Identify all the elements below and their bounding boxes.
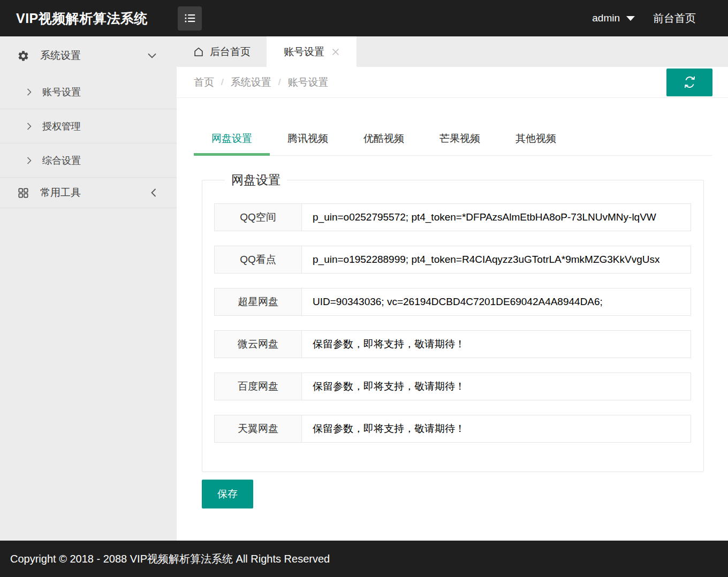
sidebar-subitem[interactable]: 账号设置 <box>0 75 177 109</box>
form-row: 天翼网盘 <box>214 415 691 443</box>
list-icon <box>183 11 197 25</box>
sidebar-subitem-label: 授权管理 <box>42 120 81 133</box>
save-button[interactable]: 保存 <box>202 480 253 508</box>
tab-backend-home[interactable]: 后台首页 <box>177 36 268 67</box>
sidebar-subitem[interactable]: 授权管理 <box>0 109 177 143</box>
sidebar-toggle-button[interactable] <box>178 6 202 31</box>
main-area: 后台首页 账号设置 首页 / 系统设置 / 账号设置 <box>177 36 728 541</box>
topbar-right: admin 前台首页 <box>592 11 696 26</box>
field-input[interactable] <box>302 415 691 442</box>
field-label: 天翼网盘 <box>215 415 302 442</box>
content-tabnav: 网盘设置 腾讯视频 优酷视频 芒果视频 其他视频 <box>194 123 712 156</box>
netdisk-settings-panel: 网盘设置 QQ空间 QQ看点 <box>202 172 704 472</box>
grid-icon <box>17 187 29 199</box>
home-icon <box>193 46 204 58</box>
field-input[interactable] <box>302 204 691 231</box>
gear-icon <box>17 50 29 62</box>
close-icon[interactable] <box>331 47 340 57</box>
tab-label: 后台首页 <box>210 45 251 59</box>
field-value <box>302 415 691 442</box>
field-value <box>302 246 691 273</box>
breadcrumb-bar: 首页 / 系统设置 / 账号设置 <box>177 67 728 98</box>
field-label: QQ空间 <box>215 204 302 231</box>
field-value <box>302 331 691 358</box>
tab-label: 账号设置 <box>284 45 324 59</box>
content-tab[interactable]: 芒果视频 <box>422 123 498 155</box>
content-tab[interactable]: 优酷视频 <box>346 123 422 155</box>
refresh-icon <box>682 75 697 89</box>
username: admin <box>592 12 620 24</box>
form-row: 超星网盘 <box>214 288 691 316</box>
breadcrumb-current: 账号设置 <box>287 75 328 89</box>
tab-account-settings[interactable]: 账号设置 <box>268 36 357 67</box>
field-label: 百度网盘 <box>215 373 302 400</box>
frontend-home-link[interactable]: 前台首页 <box>653 11 696 26</box>
sidebar-group-common-tools[interactable]: 常用工具 <box>0 178 177 208</box>
field-input[interactable] <box>302 373 691 400</box>
page-content: 网盘设置 腾讯视频 优酷视频 芒果视频 其他视频 网盘设置 QQ空间 <box>177 98 728 541</box>
topbar: VIP视频解析算法系统 admin 前台首页 <box>0 0 728 36</box>
sidebar-group-system-settings[interactable]: 系统设置 <box>0 36 177 75</box>
chevron-right-icon <box>27 88 32 96</box>
sidebar-subitem-label: 账号设置 <box>42 86 81 98</box>
main-layout: 系统设置 账号设置 授权管理 <box>0 36 728 541</box>
sidebar-group-label: 常用工具 <box>40 186 81 200</box>
field-label: 微云网盘 <box>215 331 302 358</box>
user-dropdown[interactable]: admin <box>592 12 635 24</box>
sidebar-subitem[interactable]: 综合设置 <box>0 143 177 178</box>
copyright-text: Copyright © 2018 - 2088 VIP视频解析算法系统 All … <box>10 552 330 566</box>
field-value <box>302 204 691 231</box>
sidebar-subitem-label: 综合设置 <box>42 154 81 167</box>
sidebar-group-label: 系统设置 <box>40 49 81 63</box>
field-input[interactable] <box>302 246 691 273</box>
footer: Copyright © 2018 - 2088 VIP视频解析算法系统 All … <box>0 541 728 577</box>
breadcrumb-home[interactable]: 首页 <box>194 75 214 89</box>
form-rows: QQ空间 QQ看点 <box>214 203 703 443</box>
form-row: QQ看点 <box>214 246 691 274</box>
form-row: 百度网盘 <box>214 373 691 400</box>
chevron-right-icon <box>27 157 32 164</box>
content-tab[interactable]: 其他视频 <box>498 123 574 155</box>
form-row: QQ空间 <box>214 203 691 231</box>
content-tab[interactable]: 网盘设置 <box>194 123 270 155</box>
app-title: VIP视频解析算法系统 <box>0 10 177 27</box>
breadcrumb-separator: / <box>221 77 224 88</box>
sidebar-submenu: 账号设置 授权管理 综合设置 <box>0 75 177 178</box>
form-row: 微云网盘 <box>214 330 691 358</box>
refresh-button[interactable] <box>666 69 712 96</box>
chevron-left-icon <box>151 188 156 197</box>
breadcrumb-separator: / <box>278 77 281 88</box>
field-value <box>302 288 691 315</box>
panel-legend: 网盘设置 <box>225 172 287 188</box>
field-label: 超星网盘 <box>215 288 302 315</box>
chevron-right-icon <box>27 123 32 130</box>
window-tabstrip: 后台首页 账号设置 <box>177 36 728 67</box>
field-label: QQ看点 <box>215 246 302 273</box>
caret-down-icon <box>626 16 635 21</box>
breadcrumb-system-settings[interactable]: 系统设置 <box>231 75 271 89</box>
field-input[interactable] <box>302 288 691 315</box>
field-input[interactable] <box>302 331 691 358</box>
sidebar: 系统设置 账号设置 授权管理 <box>0 36 177 541</box>
field-value <box>302 373 691 400</box>
chevron-down-icon <box>148 53 156 58</box>
content-tab[interactable]: 腾讯视频 <box>270 123 346 155</box>
